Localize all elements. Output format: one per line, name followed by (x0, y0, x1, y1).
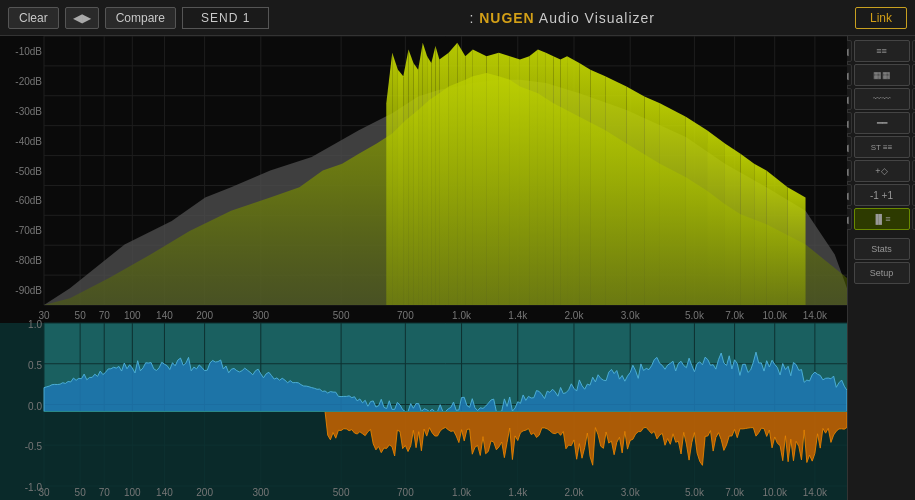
sidebar-row-7: ◀ -1 +1 + (838, 184, 916, 206)
sidebar: ◀ ≡≡ + ◀ ▦▦ + ◀ 〰〰 + ◀ ━━ (847, 36, 915, 500)
sidebar-row-3: ◀ 〰〰 + (838, 88, 916, 110)
bars-button[interactable]: ≡≡ (854, 40, 910, 62)
lines-icon: ━━ (877, 118, 887, 128)
bars-icon: ≡≡ (876, 46, 887, 56)
sidebar-stats-row: Stats (854, 238, 910, 260)
clear-button[interactable]: Clear (8, 7, 59, 29)
meter-button[interactable]: ▐▌≡ (854, 208, 910, 230)
sidebar-plus-3[interactable]: + (912, 88, 916, 110)
nav-button[interactable]: ◀▶ (65, 7, 99, 29)
sidebar-row-8: ◀ ▐▌≡ + (838, 208, 916, 230)
diamond-icon: +◇ (875, 166, 887, 176)
lines-button[interactable]: ━━ (854, 112, 910, 134)
wave-button[interactable]: 〰〰 (854, 88, 910, 110)
visualizer-canvas (0, 36, 847, 500)
minus1-icon: -1 +1 (870, 190, 893, 201)
st-button[interactable]: ST ≡≡ (854, 136, 910, 158)
sidebar-setup-row: Setup (854, 262, 910, 284)
sidebar-row-4: ◀ ━━ + (838, 112, 916, 134)
meter-icon: ▐▌≡ (872, 214, 890, 224)
sidebar-plus-8[interactable]: + (912, 208, 916, 230)
sidebar-row-6: ◀ +◇ + (838, 160, 916, 182)
sidebar-plus-5[interactable]: + (912, 136, 916, 158)
spectrum-icon: ▦▦ (873, 70, 891, 80)
diamond-button[interactable]: +◇ (854, 160, 910, 182)
setup-button[interactable]: Setup (854, 262, 910, 284)
app-title: : NUGEN Audio Visualizer (275, 10, 849, 26)
title-audio: Audio Visualizer (539, 10, 655, 26)
title-colon: : (469, 10, 474, 26)
st-icon: ST ≡≡ (871, 143, 893, 152)
sidebar-plus-7[interactable]: + (912, 184, 916, 206)
header-bar: Clear ◀▶ Compare SEND 1 : NUGEN Audio Vi… (0, 0, 915, 36)
wave-icon: 〰〰 (873, 94, 891, 104)
spectrum-button[interactable]: ▦▦ (854, 64, 910, 86)
sidebar-plus-6[interactable]: + (912, 160, 916, 182)
sidebar-row-5: ◀ ST ≡≡ + (838, 136, 916, 158)
sidebar-plus-4[interactable]: + (912, 112, 916, 134)
stats-label: Stats (871, 244, 892, 254)
visualizer (0, 36, 847, 500)
send-label: SEND 1 (182, 7, 269, 29)
sidebar-row-2: ◀ ▦▦ + (838, 64, 916, 86)
link-button[interactable]: Link (855, 7, 907, 29)
setup-label: Setup (870, 268, 894, 278)
sidebar-plus-2[interactable]: + (912, 64, 916, 86)
minus1-button[interactable]: -1 +1 (854, 184, 910, 206)
sidebar-plus-1[interactable]: + (912, 40, 916, 62)
sidebar-row-1: ◀ ≡≡ + (838, 40, 916, 62)
title-nugen: NUGEN (479, 10, 535, 26)
stats-button[interactable]: Stats (854, 238, 910, 260)
main-area: ◀ ≡≡ + ◀ ▦▦ + ◀ 〰〰 + ◀ ━━ (0, 36, 915, 500)
compare-button[interactable]: Compare (105, 7, 176, 29)
